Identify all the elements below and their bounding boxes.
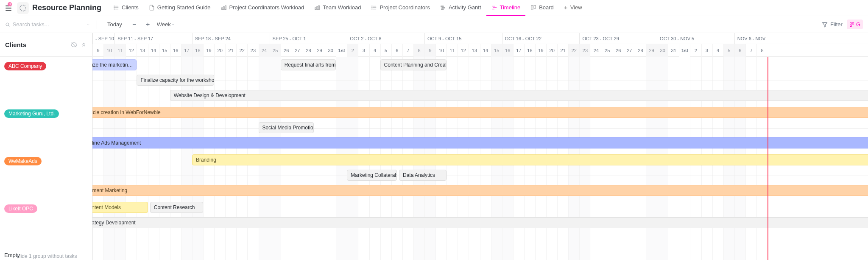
day-cell[interactable]: 29 (314, 44, 325, 57)
day-cell[interactable]: 1st (679, 44, 690, 57)
tab-board[interactable]: Board (525, 0, 559, 16)
day-cell[interactable]: 23 (247, 44, 258, 57)
day-cell[interactable]: 4 (369, 44, 380, 57)
day-cell[interactable]: 9 (424, 44, 435, 57)
task-bar[interactable]: Branding (192, 154, 868, 165)
day-cell[interactable]: 16 (170, 44, 181, 57)
day-cell[interactable]: 14 (480, 44, 491, 57)
group-pill[interactable]: WeMakeAds (4, 157, 42, 165)
task-bar[interactable]: Strategy Development (92, 217, 868, 228)
day-cell[interactable]: 19 (203, 44, 214, 57)
day-cell[interactable]: 15 (159, 44, 170, 57)
space-icon[interactable] (17, 2, 29, 14)
day-cell[interactable]: 3 (358, 44, 369, 57)
day-cell[interactable]: 11 (447, 44, 458, 57)
day-cell[interactable]: 22 (236, 44, 247, 57)
add-view-button[interactable]: +View (559, 0, 587, 16)
day-cell[interactable]: 5 (380, 44, 391, 57)
day-cell[interactable]: 31 (668, 44, 679, 57)
day-cell[interactable]: 8 (756, 44, 768, 57)
day-cell[interactable]: 23 (579, 44, 590, 57)
day-cell[interactable]: 9 (92, 44, 103, 57)
group-button[interactable]: G (847, 20, 863, 29)
task-bar[interactable]: Social Media Promotion (259, 122, 314, 133)
tab-getting-started-guide[interactable]: Getting Started Guide (144, 0, 216, 16)
task-bar[interactable]: Online Ads Management (92, 137, 868, 148)
day-cell[interactable]: 4 (712, 44, 723, 57)
timeline-grid[interactable]: - SEP 10SEP 11 - SEP 17SEP 18 - SEP 24SE… (92, 33, 868, 260)
day-cell[interactable]: 29 (646, 44, 657, 57)
day-cell[interactable]: 8 (413, 44, 424, 57)
task-bar[interactable]: Data Analytics (399, 170, 447, 181)
day-cell[interactable]: 25 (270, 44, 281, 57)
day-cell[interactable]: 25 (602, 44, 613, 57)
task-bar[interactable]: Finalize capacity for the workshop (137, 75, 214, 86)
hidden-groups-hint[interactable]: Hide 1 group without tasks (17, 253, 77, 259)
day-cell[interactable]: 12 (126, 44, 137, 57)
day-cell[interactable]: 15 (491, 44, 502, 57)
task-bar[interactable]: Content Models (92, 202, 148, 213)
menu-button[interactable]: 0 (3, 3, 14, 13)
day-cell[interactable]: 26 (281, 44, 292, 57)
day-cell[interactable]: 28 (303, 44, 314, 57)
day-cell[interactable]: 21 (225, 44, 236, 57)
day-cell[interactable]: 21 (557, 44, 568, 57)
day-cell[interactable]: 18 (524, 44, 535, 57)
task-bar[interactable]: Request final arts from… (281, 59, 336, 70)
chevron-down-icon[interactable] (87, 22, 90, 27)
day-cell[interactable]: 14 (148, 44, 159, 57)
tab-team-workload[interactable]: Team Workload (309, 0, 366, 16)
day-cell[interactable]: 16 (502, 44, 513, 57)
day-cell[interactable]: 20 (214, 44, 225, 57)
zoom-out-button[interactable]: − (130, 20, 139, 29)
day-cell[interactable]: 24 (591, 44, 602, 57)
tab-project-coordinators-workload[interactable]: Project Coordinators Workload (216, 0, 310, 16)
day-cell[interactable]: 30 (657, 44, 668, 57)
group-pill[interactable]: ABC Company (4, 62, 46, 70)
day-cell[interactable]: 7 (745, 44, 756, 57)
group-pill[interactable]: Marketing Guru, Ltd. (4, 109, 59, 118)
tab-timeline[interactable]: Timeline (486, 0, 526, 16)
zoom-in-button[interactable]: + (143, 20, 153, 29)
task-bar[interactable]: Website Design & Development (170, 90, 868, 101)
day-cell[interactable]: 24 (259, 44, 270, 57)
today-button[interactable]: Today (104, 20, 126, 29)
task-bar[interactable]: Marketing Collaterals (347, 170, 396, 181)
day-cell[interactable]: 30 (325, 44, 336, 57)
day-cell[interactable]: 18 (192, 44, 203, 57)
task-bar[interactable]: Article creation in WebForNewbie (92, 107, 868, 118)
day-cell[interactable]: 1st (336, 44, 347, 57)
task-bar[interactable]: Moment Marketing (92, 185, 868, 196)
day-cell[interactable]: 13 (137, 44, 148, 57)
day-cell[interactable]: 3 (701, 44, 712, 57)
day-cell[interactable]: 27 (292, 44, 303, 57)
task-bar[interactable]: nalize the marketin… (92, 59, 137, 70)
tab-activity-gantt[interactable]: Activity Gantt (435, 0, 486, 16)
tab-project-coordinators[interactable]: Project Coordinators (366, 0, 435, 16)
group-pill[interactable]: LikeIt OPC (4, 204, 37, 213)
eye-off-icon[interactable] (71, 42, 77, 48)
day-cell[interactable]: 6 (391, 44, 402, 57)
zoom-level-dropdown[interactable]: Week (157, 21, 175, 28)
day-cell[interactable]: 26 (613, 44, 624, 57)
day-cell[interactable]: 6 (734, 44, 745, 57)
day-cell[interactable]: 10 (103, 44, 114, 57)
day-cell[interactable]: 20 (546, 44, 557, 57)
day-cell[interactable]: 2 (690, 44, 701, 57)
day-cell[interactable]: 22 (568, 44, 579, 57)
day-cell[interactable]: 17 (181, 44, 192, 57)
day-cell[interactable]: 7 (402, 44, 413, 57)
day-cell[interactable]: 5 (723, 44, 734, 57)
filter-button[interactable]: Filter (822, 21, 843, 28)
collapse-icon[interactable] (81, 42, 87, 48)
day-cell[interactable]: 19 (535, 44, 546, 57)
task-bar[interactable]: Content Planning and Creation fo… (380, 59, 447, 70)
task-bar[interactable]: Content Research (150, 202, 203, 213)
search-input[interactable] (13, 21, 84, 28)
grid-body[interactable]: nalize the marketin…Request final arts f… (92, 57, 868, 260)
day-cell[interactable]: 11 (114, 44, 126, 57)
day-cell[interactable]: 17 (513, 44, 524, 57)
day-cell[interactable]: 13 (469, 44, 480, 57)
day-cell[interactable]: 10 (435, 44, 447, 57)
day-cell[interactable]: 27 (624, 44, 635, 57)
